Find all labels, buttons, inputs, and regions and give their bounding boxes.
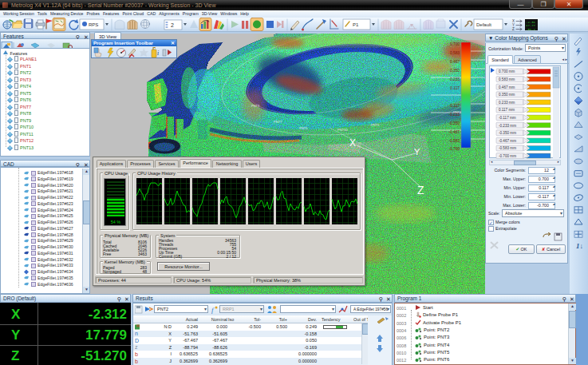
svg-text:-0.583: -0.583 [448,139,460,143]
svg-text:Default: Default [476,22,491,27]
svg-text:Z: Z [512,27,515,31]
svg-text:0.233 mm: 0.233 mm [499,101,515,105]
svg-text:1↓: 1↓ [576,242,583,250]
svg-text:-0.350 mm: -0.350 mm [499,131,516,135]
svg-text:z: z [135,344,138,350]
svg-text:D: D [135,338,139,343]
svg-text:Y: Y [414,147,420,157]
svg-text:-0.700 mm: -0.700 mm [499,154,516,158]
svg-text:PNT7: PNT7 [274,120,282,124]
svg-text:-2.31: -2.31 [526,21,536,24]
svg-text:i: i [157,50,159,57]
svg-text:-0.117: -0.117 [449,104,460,108]
svg-text:0.583: 0.583 [450,51,460,55]
svg-text:b: b [135,351,138,357]
svg-text:0.700: 0.700 [450,42,460,46]
svg-text:P1: P1 [353,22,359,27]
svg-text:0.233: 0.233 [450,77,460,81]
svg-text:0.467 mm: 0.467 mm [499,85,515,89]
svg-text:-0.233 mm: -0.233 mm [499,124,516,128]
svg-text:b: b [135,359,138,364]
svg-text:Z: Z [417,184,424,196]
svg-text:PNT10: PNT10 [337,128,348,132]
svg-text:f: f [211,306,215,314]
svg-text:PNT5: PNT5 [299,126,308,130]
svg-text:-0.467: -0.467 [448,130,460,134]
svg-text:-0.700: -0.700 [448,147,460,151]
svg-text:-0.583 mm: -0.583 mm [499,146,516,150]
svg-text:0.467: 0.467 [450,60,460,64]
svg-text:0.700 mm: 0.700 mm [499,69,515,73]
svg-text:0.117: 0.117 [450,86,460,90]
svg-text:-0.117 mm: -0.117 mm [499,116,516,120]
svg-text:17.77: 17.77 [526,24,536,27]
svg-text:0.117 mm: 0.117 mm [499,108,515,112]
svg-text:RPS: RPS [89,22,98,27]
svg-text:n: n [135,331,138,336]
svg-text:-0.233: -0.233 [448,113,460,117]
svg-text:0.583 mm: 0.583 mm [499,77,515,81]
svg-text:-51.2: -51.2 [526,28,536,31]
svg-text:0.350: 0.350 [450,69,460,73]
svg-text:PNT9: PNT9 [371,123,380,127]
svg-text:2: 2 [171,22,174,28]
svg-text:-0.350: -0.350 [448,121,460,125]
svg-text:X: X [349,137,356,149]
svg-text:0.350 mm: 0.350 mm [499,93,515,97]
svg-text:PNT3: PNT3 [251,104,260,108]
svg-text:-0.467 mm: -0.467 mm [499,139,516,143]
